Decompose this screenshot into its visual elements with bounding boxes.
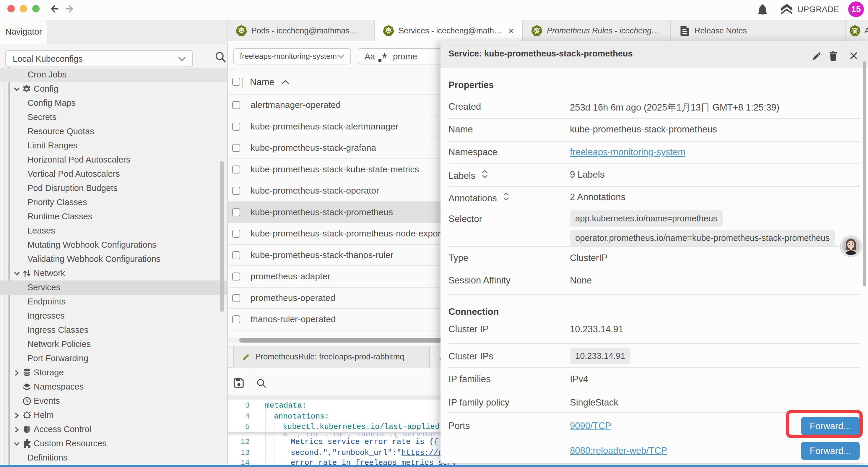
svg-text:*: * xyxy=(382,52,387,62)
